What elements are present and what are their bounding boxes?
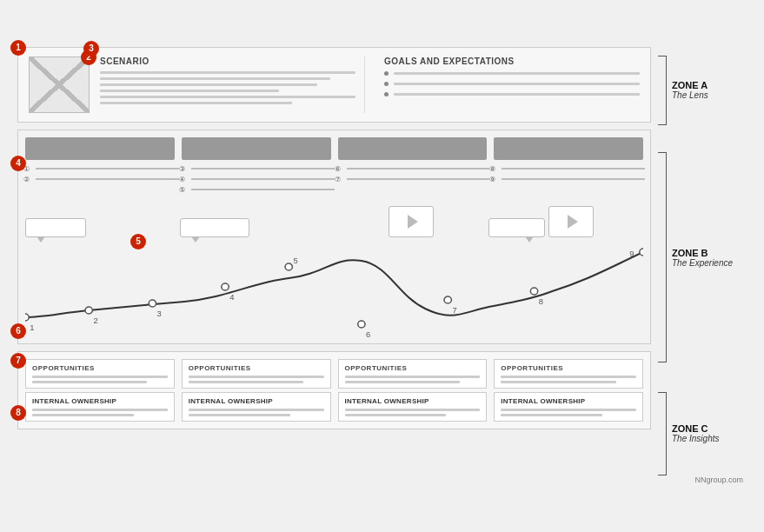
svg-point-2 [85,307,92,314]
svg-text:1: 1 [30,323,34,332]
ownership-1: INTERNAL OWNERSHIP [25,392,175,422]
scenario-line [100,90,279,92]
svg-text:9: 9 [629,249,634,258]
svg-point-0 [25,314,29,321]
opportunities-title-4: OPPORTUNITIES [501,364,636,372]
own-line [32,409,168,411]
opp-line [345,381,460,383]
scenario-line [100,102,292,104]
goals-section: GOALS AND EXPECTATIONS [375,57,640,113]
opp-line [189,381,303,383]
svg-point-12 [444,296,451,303]
own-line [345,414,447,416]
svg-text:6: 6 [366,330,370,339]
opportunities-title-3: OPPORTUNITIES [345,364,481,372]
badge-7: 7 [10,353,26,369]
svg-point-16 [640,249,643,256]
phase-header-4 [494,137,643,160]
zone-c-subtitle: The Insights [672,434,719,443]
phase-header-2 [182,137,331,160]
play-icon-2 [568,215,578,229]
ownership-title-3: INTERNAL OWNERSHIP [345,397,481,405]
play-icon-1 [408,215,418,229]
ownership-title-1: INTERNAL OWNERSHIP [32,397,168,405]
svg-point-6 [222,283,229,290]
ownership-3: INTERNAL OWNERSHIP [338,392,488,422]
ownership-2: INTERNAL OWNERSHIP [182,392,331,422]
zone-b-title: ZONE B [672,248,733,258]
ownership-title-2: INTERNAL OWNERSHIP [189,397,324,405]
badge-3: 3 [83,41,99,57]
scenario-line [100,77,330,80]
journey-curve: 1 2 3 4 5 6 7 8 [25,248,643,343]
scenario-title: SCENARIO [100,57,355,66]
badge-4: 4 [10,156,26,171]
zone-b: ① ② ③ ④ ⑤ ⑥ ⑦ ⑧ [17,130,651,344]
svg-text:2: 2 [93,316,97,325]
insight-col-2: OPPORTUNITIES INTERNAL OWNERSHIP [182,359,331,422]
steps-row: ① ② ③ ④ ⑤ ⑥ ⑦ ⑧ [18,163,650,200]
opp-line [501,381,615,383]
svg-text:5: 5 [293,256,297,265]
video-placeholder-2 [548,206,594,237]
scenario-line [100,96,355,98]
zone-b-label: ZONE B The Experience [658,134,747,382]
scenario-section: SCENARIO [100,57,365,113]
opportunities-title-2: OPPORTUNITIES [189,364,324,372]
badge-5: 5 [130,234,146,249]
svg-text:7: 7 [452,306,456,315]
opp-line [345,376,481,378]
insight-col-3: OPPORTUNITIES INTERNAL OWNERSHIP [338,359,488,422]
own-line [501,409,636,411]
zone-a-label: ZONE A The Lens [658,47,747,134]
goal-line [394,93,640,96]
insight-col-4: OPPORTUNITIES INTERNAL OWNERSHIP [494,359,643,422]
opp-line [189,376,324,378]
video-placeholder-1 [389,206,434,237]
zone-a-title: ZONE A [672,80,708,90]
journey-area: 1 2 3 4 5 6 7 8 [18,248,650,343]
svg-point-4 [149,300,156,307]
opportunities-title-1: OPPORTUNITIES [32,364,168,372]
goal-line [394,72,640,75]
own-line [345,409,481,411]
own-line [501,414,602,416]
svg-point-14 [530,288,537,295]
phase-headers [18,130,650,163]
nngroup-credit: NNgroup.com [694,475,743,484]
zone-c-title: ZONE C [672,423,719,434]
goals-title: GOALS AND EXPECTATIONS [384,57,640,66]
speech-bubble-2 [180,218,249,237]
zone-a-subtitle: The Lens [672,90,708,100]
zone-c: OPPORTUNITIES INTERNAL OWNERSHIP OPPORTU… [17,351,651,429]
badge-8: 8 [10,405,26,421]
opp-line [501,376,636,378]
goal-line [394,83,640,85]
bullet-dot [384,92,389,96]
badge-1: 1 [10,40,26,56]
own-line [32,414,134,416]
svg-point-10 [358,321,365,328]
phase-header-1 [25,137,175,160]
bullet-dot [384,71,389,76]
own-line [189,414,290,416]
opportunities-2: OPPORTUNITIES [182,359,331,389]
speech-bubble-1 [25,218,86,237]
ownership-4: INTERNAL OWNERSHIP [494,392,643,422]
badge-6: 6 [10,323,26,339]
svg-text:3: 3 [157,309,162,318]
opp-line [32,376,168,378]
svg-point-8 [285,263,292,270]
zone-c-label: ZONE C The Insights [658,382,747,486]
scenario-image [29,57,90,113]
bullet-dot [384,82,389,86]
scenario-line [100,83,317,86]
zone-b-subtitle: The Experience [672,258,733,268]
ownership-title-4: INTERNAL OWNERSHIP [501,397,636,405]
opp-line [32,381,147,383]
svg-text:4: 4 [229,293,234,302]
own-line [189,409,324,411]
scenario-line [100,71,355,74]
speech-bubble-3 [488,218,545,237]
insight-col-1: OPPORTUNITIES INTERNAL OWNERSHIP [25,359,175,422]
